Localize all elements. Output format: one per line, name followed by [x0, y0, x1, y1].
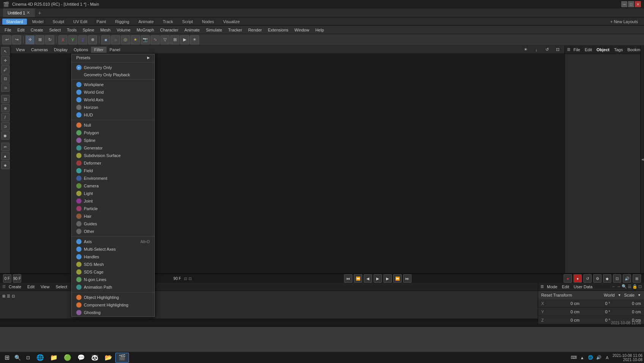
left-tool-snap[interactable]: ⊡ — [1, 95, 9, 103]
dd-item-subdivision-surface[interactable]: Subdivision Surface — [72, 152, 154, 159]
attr-y-val1[interactable]: 0 cm — [552, 310, 580, 314]
tool-grid[interactable]: ⊞ — [170, 35, 179, 44]
bottom-view[interactable]: View — [38, 284, 53, 290]
menu-create[interactable]: Create — [28, 27, 46, 33]
attr-forward-icon[interactable]: → — [617, 284, 621, 289]
attr-x-val2[interactable]: 0 ° — [583, 301, 610, 306]
vp-sun-icon[interactable]: ☀ — [521, 45, 530, 54]
prev-button[interactable]: ◀ — [364, 274, 372, 283]
menu-select[interactable]: Select — [46, 27, 64, 33]
new-layout-button[interactable]: + New Layouts — [606, 19, 642, 25]
tool-light[interactable]: ★ — [131, 35, 140, 44]
vp-arrow-down-icon[interactable]: ↓ — [532, 45, 541, 54]
dd-item-environment[interactable]: Environment — [72, 174, 154, 182]
vp-expand-icon[interactable]: ⊡ — [553, 45, 562, 54]
taskbar-cinema4d[interactable]: 🎬 — [115, 353, 129, 363]
tool-cube[interactable]: ■ — [101, 35, 110, 44]
left-tool-paint[interactable]: 🖊 — [1, 65, 9, 74]
dd-item-handles[interactable]: Handles — [72, 253, 154, 261]
menu-spline[interactable]: Spline — [80, 27, 97, 33]
dd-item-worldaxis[interactable]: World Axis — [72, 96, 154, 104]
dd-item-object-highlighting[interactable]: Object Highlighting — [72, 294, 154, 301]
menu-volume[interactable]: Volume — [113, 27, 134, 33]
dd-item-field[interactable]: Field — [72, 167, 154, 174]
taskbar-app1[interactable]: 💬 — [74, 353, 88, 363]
tool-scale[interactable]: ⊞ — [35, 35, 44, 44]
prev-prev-button[interactable]: ⏪ — [354, 274, 362, 283]
menu-character[interactable]: Character — [157, 27, 181, 33]
left-tool-weld[interactable]: ◉ — [1, 131, 9, 140]
dd-item-deformer[interactable]: Deformer — [72, 159, 154, 167]
menu-window[interactable]: Window — [291, 27, 312, 33]
right-collapse-button[interactable]: ◀ — [640, 46, 644, 273]
bottom-select[interactable]: Select — [53, 284, 71, 290]
attr-z-val1[interactable]: 0 cm — [552, 318, 580, 322]
dd-item-generator[interactable]: Generator — [72, 144, 154, 152]
tray-sound-icon[interactable]: 🔊 — [596, 355, 602, 361]
search-button[interactable]: 🔍 — [12, 353, 23, 363]
rp-file[interactable]: File — [572, 47, 582, 52]
mode-sculpt[interactable]: Sculpt — [49, 19, 68, 25]
skip-end-button[interactable]: ⏭ — [403, 274, 412, 283]
vp-menu-view[interactable]: View — [13, 47, 28, 53]
vp-menu-cameras[interactable]: Cameras — [28, 47, 51, 53]
menu-render[interactable]: Render — [245, 27, 265, 33]
left-tool-move2[interactable]: ✛ — [1, 56, 9, 64]
left-tool-bridge[interactable]: ⊃ — [1, 122, 9, 130]
vp-menu-filter[interactable]: Filter — [91, 47, 106, 53]
taskbar-chrome[interactable]: 🟢 — [61, 353, 74, 363]
tool-sphere[interactable]: ○ — [111, 35, 120, 44]
dd-item-polygon[interactable]: Polygon — [72, 129, 154, 137]
tool-spline[interactable]: ∿ — [151, 35, 160, 44]
menu-animate[interactable]: Animate — [181, 27, 203, 33]
anim-extra-button[interactable]: ⊞ — [633, 274, 641, 283]
attr-y-val2[interactable]: 0 ° — [583, 310, 610, 314]
tab-untitled1[interactable]: Untitled 1 ✕ — [3, 8, 35, 17]
start-button[interactable]: ⊞ — [2, 353, 12, 363]
tool-y-axis[interactable]: Y — [68, 35, 77, 44]
left-tool-select[interactable]: ⊡ — [1, 74, 9, 83]
clock[interactable]: 2021-10-08 11:06 2021-10-08 — [613, 354, 642, 362]
dd-item-axis[interactable]: Axis Alt+D — [72, 238, 154, 245]
task-view-button[interactable]: ⊡ — [23, 353, 33, 363]
mode-paint[interactable]: Paint — [93, 19, 110, 25]
mode-rigging[interactable]: Rigging — [112, 19, 133, 25]
attr-lock-icon[interactable]: 🔒 — [632, 284, 638, 289]
dd-item-camera[interactable]: Camera — [72, 182, 154, 190]
world-dropdown-icon[interactable]: ▼ — [618, 293, 621, 297]
left-tool-magnet[interactable]: ⊕ — [1, 104, 9, 112]
dd-item-light[interactable]: Light — [72, 190, 154, 197]
menu-tracker[interactable]: Tracker — [225, 27, 245, 33]
record-red-button[interactable]: ● — [573, 274, 582, 283]
dd-item-other[interactable]: Other — [72, 228, 154, 235]
sound-button[interactable]: 🔊 — [623, 274, 631, 283]
tool-sun[interactable]: ☀ — [190, 35, 199, 44]
record-button[interactable]: ● — [564, 274, 572, 283]
tool-z-axis[interactable]: Z — [78, 35, 87, 44]
attr-x-val3[interactable]: 0 cm — [613, 301, 641, 306]
maximize-button[interactable]: □ — [628, 1, 634, 7]
mode-standard[interactable]: Standard — [2, 19, 27, 25]
menu-tools[interactable]: Tools — [64, 27, 80, 33]
attr-back-icon[interactable]: ← — [612, 284, 616, 289]
mode-nodes[interactable]: Nodes — [198, 19, 218, 25]
dd-item-horizon[interactable]: Horizon — [72, 104, 154, 111]
dd-item-animation-path[interactable]: Animation Path — [72, 283, 154, 291]
fps-input[interactable]: 90 F — [13, 274, 21, 283]
dd-item-sds-mesh[interactable]: SDS Mesh — [72, 261, 154, 268]
loop-button[interactable]: ↺ — [583, 274, 592, 283]
tray-up-icon[interactable]: ▲ — [579, 355, 585, 361]
taskbar-app2[interactable]: 🐼 — [88, 353, 102, 363]
tool-move[interactable]: ✛ — [25, 35, 35, 44]
dd-geometry-only[interactable]: ● Geometry Only — [72, 64, 154, 71]
dd-item-multiselect-axes[interactable]: Multi-Select Axes — [72, 245, 154, 253]
menu-mesh[interactable]: Mesh — [97, 27, 114, 33]
attr-edit[interactable]: Edit — [561, 284, 571, 289]
mode-script[interactable]: Script — [178, 19, 196, 25]
tool-undo[interactable]: ↩ — [2, 35, 11, 44]
frame-start-input[interactable]: 0 F — [3, 274, 11, 283]
vp-menu-display[interactable]: Display — [51, 47, 71, 53]
tool-world[interactable]: ⊕ — [88, 35, 97, 44]
menu-mograph[interactable]: MoGraph — [134, 27, 157, 33]
dd-presets[interactable]: Presets — [72, 54, 154, 61]
